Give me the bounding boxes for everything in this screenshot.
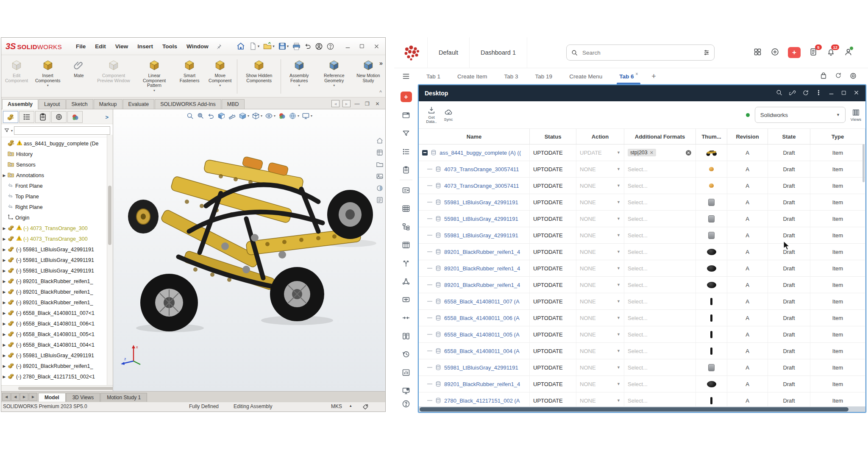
propertymanager-tab[interactable] <box>19 111 34 123</box>
grid-table-view-button[interactable] <box>394 199 418 217</box>
linear-component-pattern-button[interactable]: Linear Component Pattern▾ <box>134 57 175 96</box>
additional-formats-cell[interactable]: Select... <box>624 211 696 227</box>
reference-geometry-button[interactable]: Reference Geometry▾ <box>316 57 352 96</box>
tree-item[interactable]: Right Plane <box>1 202 113 212</box>
refresh-button[interactable] <box>802 89 809 97</box>
action-dropdown[interactable]: NONE▼ <box>576 194 624 210</box>
item-name-link[interactable]: 6558_Black_41408011_004 (A <box>444 348 520 354</box>
chevron-down-icon[interactable]: ▾ <box>153 89 155 92</box>
expander-icon[interactable]: ▶ <box>1 258 7 262</box>
action-dropdown[interactable]: UPDATE▼ <box>576 145 624 161</box>
design-library-tab[interactable] <box>375 148 384 157</box>
expander-icon[interactable]: ▶ <box>1 332 7 336</box>
additional-formats-cell[interactable]: Select... <box>624 310 696 326</box>
action-dropdown[interactable]: NONE▼ <box>576 227 624 243</box>
move-component-button[interactable]: Move Component▾ <box>204 57 236 96</box>
source-select[interactable]: Solidworks ▼ <box>755 107 846 123</box>
routing-view-button[interactable] <box>394 254 418 272</box>
openbom-logo[interactable] <box>397 44 427 61</box>
close-document-button[interactable]: ✕ <box>374 100 381 107</box>
item-name-link[interactable]: 6558_Black_41408011_005 (A <box>444 331 520 338</box>
filter-funnel-icon[interactable] <box>4 128 10 133</box>
item-name-link[interactable]: 6558_Black_41408011_007 (A <box>444 298 520 305</box>
additional-formats-cell[interactable]: Select... <box>624 244 696 260</box>
close-button[interactable] <box>370 41 383 51</box>
previous-view-button[interactable] <box>207 112 215 120</box>
chevron-down-icon[interactable]: ▾ <box>298 114 299 118</box>
action-dropdown[interactable]: NONE▼ <box>576 376 624 392</box>
ribbon-overflow-chevron[interactable]: » <box>379 59 383 67</box>
tree-item[interactable]: ▶(-) 6558_Black_41408011_004<1 <box>1 339 113 350</box>
item-name-link[interactable]: 55981_LtBluisGray_42991191 <box>444 199 518 206</box>
show-hidden-components-button[interactable]: Show Hidden Components <box>239 57 279 96</box>
additional-formats-cell[interactable]: Select... <box>624 359 696 375</box>
expander-icon[interactable]: ▶ <box>1 375 7 379</box>
action-dropdown[interactable]: NONE▼ <box>576 343 624 359</box>
remove-chip-icon[interactable]: ✕ <box>650 150 654 156</box>
action-dropdown[interactable]: NONE▼ <box>576 260 624 276</box>
menu-insert[interactable]: Insert <box>134 42 157 51</box>
refresh-button[interactable] <box>835 72 842 81</box>
action-dropdown[interactable]: NONE▼ <box>576 326 624 342</box>
table-row[interactable]: 89201_BlackRubber_reifen1_4UPTODATENONE▼… <box>419 277 865 293</box>
expander-icon[interactable]: ▶ <box>1 311 7 315</box>
minimize-button[interactable] <box>828 89 835 97</box>
first-tab-button[interactable]: ◀ <box>2 393 11 401</box>
close-button[interactable] <box>853 89 860 97</box>
table-row[interactable]: 55981_LtBluisGray_42991191UPTODATENONE▼S… <box>419 227 865 244</box>
insert-components-button[interactable]: Insert Components▾ <box>31 57 64 96</box>
tree-item[interactable]: ▶(-) 6558_Black_41408011_006<1 <box>1 318 113 329</box>
expander-icon[interactable]: ▶ <box>1 322 7 326</box>
table-row[interactable]: ass_8441_buggy_complete (A) ((UPTODATEUP… <box>419 145 865 161</box>
clear-formats-icon[interactable] <box>685 149 692 156</box>
additional-formats-cell[interactable]: Select... <box>624 293 696 309</box>
tree-item[interactable]: ▶(-) 89201_BlackRubber_reifen1_ <box>1 297 113 308</box>
row-checkbox[interactable] <box>422 150 428 156</box>
tab-evaluate[interactable]: Evaluate <box>123 99 155 109</box>
tree-item[interactable]: Front Plane <box>1 181 113 191</box>
file-explorer-tab[interactable] <box>375 160 384 169</box>
tree-item[interactable]: Top Plane <box>1 191 113 202</box>
additional-formats-cell[interactable]: stp|203✕ <box>624 145 696 161</box>
tree-item[interactable]: ▶(-) 4073_TransOrange_300 <box>1 234 113 244</box>
custom-properties-tab[interactable] <box>375 196 384 204</box>
views-button[interactable]: Views <box>851 108 861 122</box>
tab-markup[interactable]: Markup <box>94 99 122 109</box>
action-dropdown[interactable]: NONE▼ <box>576 310 624 326</box>
table-row[interactable]: 6558_Black_41408011_004 (AUPTODATENONE▼S… <box>419 343 865 359</box>
table-row[interactable]: 6558_Black_41408011_005 (AUPTODATENONE▼S… <box>419 326 865 343</box>
column-header-revision[interactable]: Revision <box>727 129 768 144</box>
table-row[interactable]: 89201_BlackRubber_reifen1_4UPTODATENONE▼… <box>419 260 865 277</box>
windows-view-button[interactable] <box>394 106 418 124</box>
preview-view-button[interactable] <box>394 290 418 309</box>
configurationmanager-tab[interactable] <box>35 111 50 123</box>
expander-icon[interactable]: ▶ <box>1 247 7 252</box>
tree-item[interactable]: ▶(-) 89201_BlackRubber_reifen1_ <box>1 276 113 286</box>
expander-icon[interactable]: ▶ <box>1 237 7 241</box>
clipboard-view-button[interactable] <box>394 161 418 179</box>
global-search[interactable] <box>566 44 715 61</box>
flatten-view-button[interactable] <box>394 272 418 290</box>
additional-formats-cell[interactable]: Select... <box>624 178 696 194</box>
table-row[interactable]: 55981_LtBluisGray_42991191UPTODATENONE▼S… <box>419 194 865 211</box>
last-tab-button[interactable]: ▶ <box>29 393 37 401</box>
additional-formats-cell[interactable]: Select... <box>624 227 696 243</box>
expander-icon[interactable]: ▶ <box>1 364 7 368</box>
expander-icon[interactable]: ▶ <box>1 279 7 284</box>
views-target-button[interactable] <box>849 72 857 81</box>
solidworks-resources-tab[interactable] <box>375 136 384 145</box>
home-button[interactable] <box>235 41 247 52</box>
chevron-down-icon[interactable]: ▾ <box>219 83 221 87</box>
tree-item[interactable]: ▶(-) 6558_Black_41408011_007<1 <box>1 308 113 318</box>
more-button[interactable] <box>815 89 822 97</box>
expander-icon[interactable]: ▶ <box>1 226 7 231</box>
tree-item[interactable]: ▶(-) 55981_LtBluisGray_42991191 <box>1 255 113 265</box>
tab-3d-views[interactable]: 3D Views <box>66 393 100 402</box>
menu-edit[interactable]: Edit <box>91 42 110 51</box>
menu-window[interactable]: Window <box>183 42 212 51</box>
tree-item[interactable]: ▶(-) 2780_Black_41217151_002<1 <box>1 371 113 382</box>
item-name-link[interactable]: 89201_BlackRubber_reifen1_4 <box>444 249 520 255</box>
print-button[interactable] <box>291 41 302 52</box>
chevron-down-icon[interactable]: ▾ <box>298 83 300 87</box>
tab-assembly[interactable]: Assembly <box>2 99 38 109</box>
